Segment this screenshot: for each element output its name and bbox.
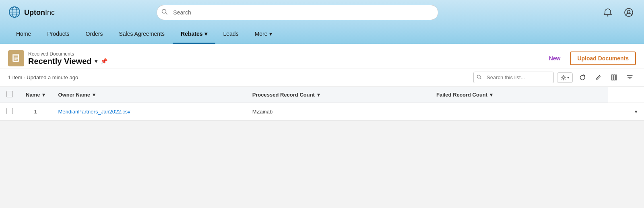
file-link[interactable]: MeridianPartners_Jan2022.csv	[58, 109, 130, 115]
nav-item-orders[interactable]: Orders	[78, 25, 111, 44]
list-view-title: Recently Viewed	[28, 57, 91, 66]
search-list-input[interactable]	[473, 72, 554, 83]
svg-line-16	[480, 78, 481, 79]
received-documents-icon	[8, 50, 24, 66]
nav-bar: Home Products Orders Sales Agreements Re…	[0, 25, 644, 44]
settings-chevron-icon: ▾	[567, 75, 569, 80]
header-checkbox-cell	[0, 87, 19, 103]
global-search-input[interactable]	[157, 5, 438, 20]
svg-point-9	[627, 10, 630, 13]
more-chevron-icon: ▾	[269, 31, 272, 37]
owner-sort-icon[interactable]: ▾	[93, 92, 95, 98]
svg-rect-18	[611, 75, 613, 80]
item-count: 1 item · Updated a minute ago	[8, 74, 78, 80]
list-view-dropdown-icon[interactable]: ▾	[95, 58, 97, 64]
brand-name: UptonInc	[24, 8, 55, 17]
rebates-chevron-icon: ▾	[204, 31, 207, 37]
nav-item-home[interactable]: Home	[8, 25, 39, 44]
processed-sort-icon[interactable]: ▾	[317, 92, 320, 98]
columns-button[interactable]	[608, 72, 620, 82]
failed-sort-icon[interactable]: ▾	[490, 92, 493, 98]
svg-point-17	[563, 77, 564, 78]
pin-icon[interactable]: 📌	[101, 58, 107, 64]
globe-icon	[8, 6, 21, 20]
filter-button[interactable]	[623, 72, 636, 82]
toolbar-right: ▾	[473, 72, 636, 83]
refresh-button[interactable]	[576, 72, 589, 83]
header-checkbox[interactable]	[6, 91, 13, 97]
table-header-row: Name ▾ Owner Name ▾ Processed Record Cou…	[0, 87, 644, 103]
nav-item-products[interactable]: Products	[39, 25, 77, 44]
row-num-cell: 1	[19, 103, 52, 121]
svg-point-7	[607, 15, 608, 16]
toolbar-row: 1 item · Updated a minute ago ▾	[0, 68, 644, 87]
search-icon	[161, 9, 168, 16]
upload-documents-button[interactable]: Upload Documents	[570, 51, 636, 65]
nav-item-more[interactable]: More ▾	[247, 25, 280, 44]
svg-rect-20	[615, 75, 617, 80]
new-button[interactable]: New	[544, 52, 566, 65]
settings-button[interactable]: ▾	[557, 72, 573, 83]
header-actions	[601, 5, 636, 20]
list-title-left: Received Documents Recently Viewed ▾ 📌	[8, 50, 107, 66]
records-table: Name ▾ Owner Name ▾ Processed Record Cou…	[0, 87, 644, 121]
table-row: 1 MeridianPartners_Jan2022.csv MZainab	[0, 103, 644, 121]
user-avatar-button[interactable]	[621, 5, 636, 20]
nav-item-leads[interactable]: Leads	[215, 25, 247, 44]
list-view-header: Received Documents Recently Viewed ▾ 📌 N…	[0, 44, 644, 68]
svg-rect-19	[613, 75, 615, 80]
search-container	[157, 5, 438, 20]
table-container: Name ▾ Owner Name ▾ Processed Record Cou…	[0, 87, 644, 121]
row-name-cell: MeridianPartners_Jan2022.csv	[52, 103, 246, 121]
row-owner-cell: MZainab	[246, 103, 430, 121]
list-title-text: Received Documents Recently Viewed ▾ 📌	[28, 51, 107, 66]
row-processed-count-cell	[430, 103, 588, 121]
notifications-button[interactable]	[601, 5, 615, 20]
row-actions-cell[interactable]: ▾	[608, 103, 644, 121]
nav-item-rebates[interactable]: Rebates ▾	[173, 25, 215, 44]
name-sort-icon[interactable]: ▾	[42, 92, 45, 98]
logo-area: UptonInc	[8, 6, 72, 20]
nav-item-sales-agreements[interactable]: Sales Agreements	[111, 25, 173, 44]
list-title-row: Received Documents Recently Viewed ▾ 📌 N…	[8, 50, 636, 66]
row-failed-count-cell	[588, 103, 608, 121]
edit-button[interactable]	[592, 72, 605, 82]
search-list-icon	[477, 74, 482, 81]
row-checkbox[interactable]	[6, 108, 13, 114]
list-title-main: Recently Viewed ▾ 📌	[28, 57, 107, 66]
list-subtitle: Received Documents	[28, 51, 107, 57]
svg-line-6	[166, 13, 167, 14]
header-processed-record-count: Processed Record Count ▾	[246, 87, 430, 103]
header-name: Name ▾	[19, 87, 52, 103]
header: UptonInc Home Products Orders Sales Agre…	[0, 0, 644, 44]
row-checkbox-cell	[0, 103, 19, 121]
main-content: Received Documents Recently Viewed ▾ 📌 N…	[0, 44, 644, 121]
search-list-wrap	[473, 72, 554, 83]
header-top: UptonInc	[0, 0, 644, 25]
header-owner-name: Owner Name ▾	[52, 87, 246, 103]
list-actions: New Upload Documents	[544, 51, 636, 65]
header-row-actions	[588, 87, 608, 103]
header-failed-record-count: Failed Record Count ▾	[430, 87, 588, 103]
